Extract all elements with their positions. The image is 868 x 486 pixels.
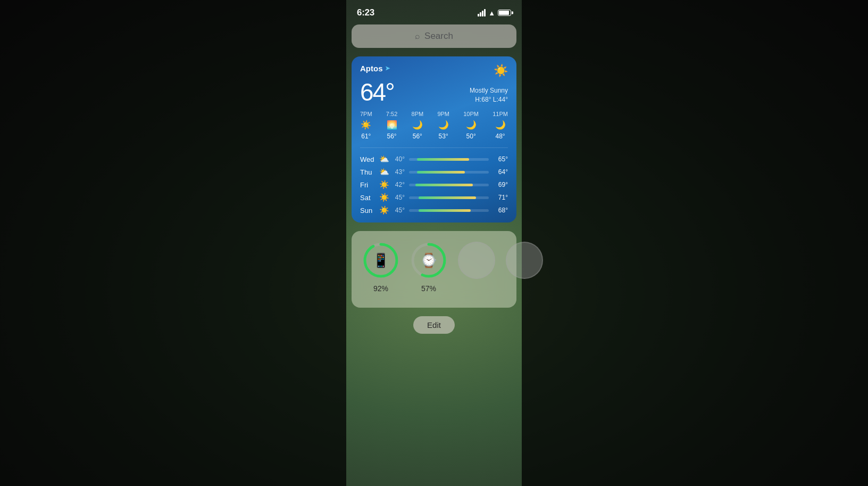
signal-bar-3: [482, 11, 483, 17]
hour-item-4: 9PM 🌙 53°: [437, 111, 449, 140]
day-row-fri: Fri ☀️ 42° 69°: [360, 180, 508, 190]
empty-circle-2: [506, 242, 543, 279]
hour-icon-4: 🌙: [438, 120, 449, 130]
battery-status-icon: [498, 10, 511, 16]
hour-icon-1: ☀️: [361, 120, 371, 130]
hour-item-5: 10PM 🌙 50°: [463, 111, 479, 140]
hour-icon-6: 🌙: [495, 120, 506, 130]
day-row-sat: Sat ☀️ 45° 71°: [360, 193, 508, 202]
hour-icon-2: 🌅: [387, 120, 397, 130]
watch-percentage: 57%: [421, 284, 436, 293]
wifi-icon: ▲: [488, 9, 495, 17]
phone-screen: 6:23 ▲ ⌕ Search Aptos ➤ ☀️: [346, 0, 522, 486]
temp-bar-fill-fri: [415, 184, 473, 186]
hour-item-1: 7PM ☀️ 61°: [360, 111, 372, 140]
temp-bar-fill-thu: [417, 171, 465, 174]
battery-widget[interactable]: 📱 92% ⌚ 57%: [352, 231, 516, 308]
day-icon-thu: ⛅: [378, 167, 390, 177]
signal-bars-icon: [478, 9, 486, 17]
temp-bar-fill-sun: [419, 209, 471, 212]
signal-bar-1: [478, 14, 479, 17]
search-placeholder: Search: [424, 31, 453, 42]
status-icons: ▲: [478, 9, 511, 17]
day-row-thu: Thu ⛅ 43° 64°: [360, 167, 508, 177]
iphone-icon: 📱: [372, 252, 389, 269]
day-icon-sat: ☀️: [378, 193, 390, 202]
weather-location: Aptos ➤: [360, 64, 390, 73]
daily-forecast: Wed ⛅ 40° 65° Thu ⛅ 43° 64° Fri ☀️: [360, 154, 508, 215]
hour-item-2: 7:52 🌅 56°: [386, 111, 397, 140]
battery-fill: [499, 11, 509, 15]
left-panel: [0, 0, 346, 486]
weather-widget[interactable]: Aptos ➤ ☀️ 64° Mostly Sunny H:68° L:44° …: [352, 56, 516, 223]
temp-bar-fill-sat: [419, 196, 476, 199]
status-time: 6:23: [357, 7, 374, 18]
signal-bar-2: [480, 12, 481, 17]
battery-device-empty-2: [506, 242, 543, 293]
battery-device-empty-1: [458, 242, 495, 293]
device-circle-watch: ⌚: [410, 242, 447, 279]
day-icon-fri: ☀️: [378, 180, 390, 190]
weather-temp-row: 64° Mostly Sunny H:68° L:44°: [360, 80, 508, 104]
temp-bar-thu: [409, 171, 489, 174]
right-panel: [522, 0, 868, 486]
weather-temperature: 64°: [360, 80, 394, 104]
temp-bar-wed: [409, 158, 489, 161]
hour-icon-3: 🌙: [412, 120, 423, 130]
location-arrow-icon: ➤: [385, 65, 390, 72]
signal-bar-4: [484, 9, 486, 17]
battery-devices: 📱 92% ⌚ 57%: [362, 242, 506, 293]
hour-item-3: 8PM 🌙 56°: [412, 111, 424, 140]
temp-bar-sat: [409, 196, 489, 199]
hourly-forecast: 7PM ☀️ 61° 7:52 🌅 56° 8PM 🌙 56° 9PM 🌙 53…: [360, 111, 508, 148]
day-row-sun: Sun ☀️ 45° 68°: [360, 205, 508, 215]
status-bar: 6:23 ▲: [346, 7, 522, 18]
weather-sun-icon: ☀️: [494, 64, 508, 78]
day-row-wed: Wed ⛅ 40° 65°: [360, 154, 508, 164]
hour-item-6: 11PM 🌙 48°: [493, 111, 508, 140]
battery-device-iphone: 📱 92%: [362, 242, 399, 293]
edit-button[interactable]: Edit: [413, 316, 455, 334]
search-icon: ⌕: [415, 31, 420, 41]
weather-condition: Mostly Sunny H:68° L:44°: [470, 86, 508, 104]
watch-icon: ⌚: [420, 252, 437, 269]
empty-circle-1: [458, 242, 495, 279]
device-circle-iphone: 📱: [362, 242, 399, 279]
search-bar[interactable]: ⌕ Search: [352, 24, 516, 48]
hour-icon-5: 🌙: [466, 120, 477, 130]
day-icon-sun: ☀️: [378, 205, 390, 215]
temp-bar-fill-wed: [417, 158, 469, 161]
iphone-percentage: 92%: [373, 284, 388, 293]
day-icon-wed: ⛅: [378, 154, 390, 164]
temp-bar-sun: [409, 209, 489, 212]
battery-device-watch: ⌚ 57%: [410, 242, 447, 293]
temp-bar-fri: [409, 184, 489, 186]
weather-header: Aptos ➤ ☀️: [360, 64, 508, 78]
